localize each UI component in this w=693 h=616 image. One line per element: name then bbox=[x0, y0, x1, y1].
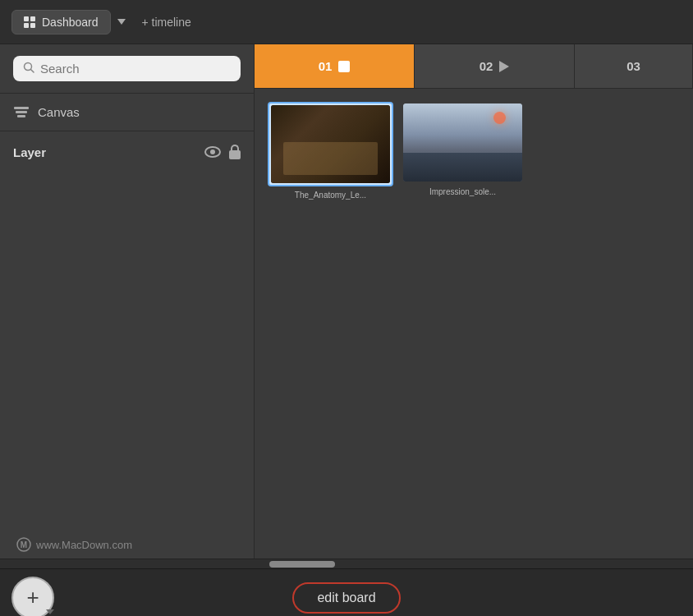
visibility-icon[interactable] bbox=[204, 146, 221, 158]
monet-thumbnail bbox=[403, 103, 522, 182]
scrollbar-area bbox=[0, 559, 693, 568]
watermark-text: www.MacDown.com bbox=[36, 539, 132, 551]
play-icon bbox=[499, 61, 509, 72]
search-input[interactable] bbox=[40, 62, 231, 76]
dashboard-grid-icon bbox=[24, 16, 35, 28]
scrollbar-track[interactable] bbox=[263, 559, 693, 568]
edit-board-button[interactable]: edit board bbox=[292, 582, 400, 614]
top-bar: Dashboard + timeline bbox=[0, 0, 693, 44]
scrollbar-thumb[interactable] bbox=[269, 561, 335, 568]
lock-icon[interactable] bbox=[229, 145, 241, 159]
add-circle-button[interactable]: + bbox=[11, 577, 54, 617]
anatomy-painting bbox=[271, 105, 390, 183]
right-panel: 01 02 03 The_Anatomy_Le... bbox=[255, 44, 693, 559]
search-input-wrapper[interactable] bbox=[13, 56, 241, 81]
anatomy-label: The_Anatomy_Le... bbox=[295, 191, 366, 200]
monet-label: Impression_sole... bbox=[429, 187, 496, 196]
slot-01-label: 01 bbox=[319, 59, 333, 73]
timeline-header: 01 02 03 bbox=[255, 44, 693, 89]
timeline-button[interactable]: + timeline bbox=[132, 11, 201, 34]
dashboard-dropdown-arrow[interactable] bbox=[117, 19, 126, 25]
canvas-stack-icon bbox=[13, 107, 30, 117]
watermark-icon: M bbox=[16, 537, 31, 552]
bottom-bar: + edit board M www.MacDown.com bbox=[0, 568, 693, 616]
dashboard-label: Dashboard bbox=[42, 16, 99, 29]
media-card-anatomy[interactable]: The_Anatomy_Le... bbox=[268, 102, 393, 200]
timeline-slot-02[interactable]: 02 bbox=[415, 44, 575, 88]
canvas-section: Canvas bbox=[0, 94, 254, 131]
timeline-content: The_Anatomy_Le... Impression_sole... bbox=[255, 89, 693, 559]
timeline-slot-03[interactable]: 03 bbox=[575, 44, 693, 88]
anatomy-thumbnail bbox=[271, 105, 390, 183]
layer-icons bbox=[204, 145, 241, 159]
media-thumb-anatomy bbox=[268, 102, 393, 186]
media-card-monet[interactable]: Impression_sole... bbox=[402, 102, 524, 196]
canvas-label: Canvas bbox=[38, 105, 80, 119]
layer-label: Layer bbox=[13, 145, 46, 159]
main-layout: Canvas Layer 01 02 bbox=[0, 44, 693, 559]
svg-text:M: M bbox=[21, 540, 27, 549]
layer-section: Layer bbox=[0, 131, 254, 172]
stop-icon bbox=[338, 61, 350, 72]
slot-03-label: 03 bbox=[626, 59, 640, 73]
media-thumb-monet bbox=[402, 102, 524, 183]
dashboard-tab[interactable]: Dashboard bbox=[11, 10, 111, 34]
left-panel: Canvas Layer bbox=[0, 44, 255, 559]
slot-02-label: 02 bbox=[480, 59, 493, 73]
add-dropdown-arrow-icon bbox=[46, 609, 54, 614]
monet-painting bbox=[403, 103, 522, 182]
search-icon bbox=[23, 62, 34, 76]
timeline-slot-01[interactable]: 01 bbox=[255, 44, 415, 88]
svg-line-1 bbox=[31, 70, 34, 73]
search-bar bbox=[0, 44, 254, 94]
watermark: M www.MacDown.com bbox=[16, 537, 132, 552]
add-button-group: + bbox=[11, 577, 54, 617]
plus-icon: + bbox=[26, 586, 39, 608]
